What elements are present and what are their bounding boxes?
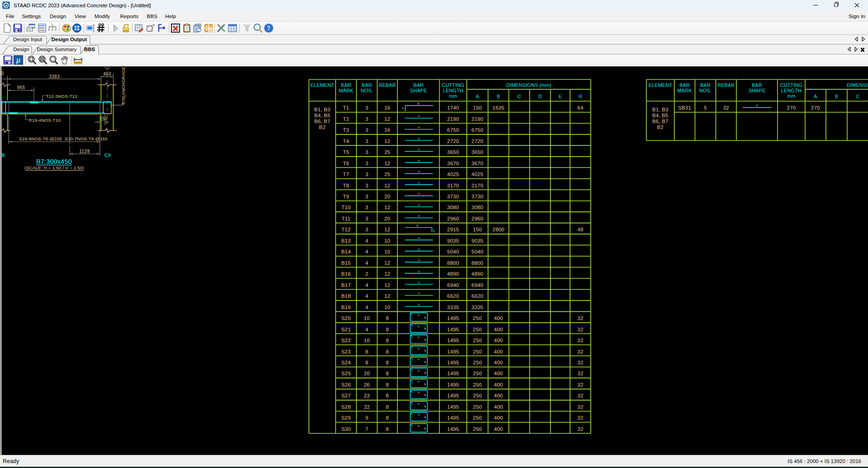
svg-text:12: 12 (384, 205, 390, 210)
svg-text:A: A (417, 314, 419, 316)
svg-text:B: B (497, 94, 500, 99)
svg-text:B: B (424, 361, 426, 363)
svg-text:B: B (424, 383, 426, 386)
svg-text:32: 32 (578, 315, 583, 321)
svg-text:NOS.: NOS. (360, 88, 373, 93)
svg-text:3383: 3383 (49, 74, 60, 79)
svg-text:8: 8 (386, 338, 389, 343)
svg-text:T8: T8 (343, 183, 349, 188)
svg-text:12: 12 (384, 161, 390, 166)
svg-text:SHAPE: SHAPE (410, 88, 427, 93)
svg-text:SHAPE: SHAPE (749, 88, 766, 93)
svg-text:9035: 9035 (471, 238, 483, 244)
svg-text:A: A (417, 369, 419, 372)
svg-text:4: 4 (365, 327, 369, 332)
svg-text:5: 5 (704, 105, 707, 110)
svg-text:A: A (417, 325, 419, 328)
svg-text:6620: 6620 (447, 293, 459, 299)
svg-text:B6, B7: B6, B7 (314, 119, 331, 124)
svg-text:965: 965 (17, 85, 25, 90)
svg-text:BAR: BAR (700, 82, 711, 88)
svg-text:1495: 1495 (447, 382, 459, 387)
svg-text:8: 8 (365, 349, 369, 354)
svg-text:12: 12 (384, 227, 390, 232)
svg-text:2720: 2720 (471, 138, 483, 144)
svg-text:8: 8 (386, 426, 389, 432)
svg-text:B: B (424, 427, 426, 430)
svg-text:DIMENSIONS (mm): DIMENSIONS (mm) (847, 82, 868, 88)
svg-text:1740: 1740 (447, 105, 459, 110)
svg-text:32: 32 (578, 415, 583, 420)
svg-text:20: 20 (384, 216, 390, 221)
svg-text:4890: 4890 (447, 271, 459, 277)
svg-text:S26: S26 (341, 382, 351, 387)
svg-text:C9: C9 (104, 153, 111, 158)
svg-text:6940: 6940 (447, 282, 459, 288)
svg-text:B: B (424, 349, 426, 352)
svg-text:C: C (517, 94, 521, 99)
svg-text:250: 250 (473, 349, 482, 354)
svg-text:3: 3 (365, 183, 369, 188)
svg-text:BAR: BAR (752, 82, 762, 88)
svg-text:250: 250 (473, 327, 482, 332)
svg-text:C: C (856, 94, 860, 99)
svg-text:400: 400 (494, 349, 503, 354)
svg-text:2190: 2190 (471, 116, 483, 122)
svg-text:12: 12 (384, 293, 390, 299)
svg-text:12: 12 (384, 116, 390, 122)
svg-text:MARK: MARK (339, 88, 354, 93)
svg-text:8: 8 (386, 415, 389, 420)
svg-text:B: B (417, 102, 419, 105)
svg-text:A: A (418, 259, 420, 262)
svg-text:400: 400 (494, 404, 503, 410)
svg-text:B2: B2 (319, 124, 325, 130)
svg-text:3335: 3335 (447, 305, 459, 310)
svg-text:B: B (424, 339, 426, 341)
svg-text:S27: S27 (341, 393, 351, 398)
svg-text:32: 32 (578, 382, 583, 387)
svg-text:(SCALE: H = 1:50 / V = 1:50): (SCALE: H = 1:50 / V = 1:50) (24, 165, 84, 170)
svg-text:3: 3 (365, 161, 369, 166)
svg-text:B7:300x450: B7:300x450 (36, 158, 72, 165)
svg-text:BAR: BAR (679, 82, 690, 88)
svg-text:R19-4NOS-T10: R19-4NOS-T10 (29, 118, 61, 123)
svg-text:T6: T6 (343, 161, 349, 166)
svg-text:LENGTH: LENGTH (443, 88, 463, 93)
svg-text:1495: 1495 (447, 404, 459, 410)
svg-text:12: 12 (384, 271, 390, 277)
svg-text:mm: mm (787, 93, 795, 99)
svg-text:1495: 1495 (447, 338, 459, 343)
svg-text:8: 8 (365, 360, 369, 365)
svg-text:6750: 6750 (471, 127, 483, 133)
svg-text:A: A (418, 270, 420, 273)
svg-text:A: A (418, 292, 420, 295)
svg-text:20: 20 (364, 371, 370, 376)
svg-text:A: A (417, 391, 419, 394)
svg-text:20: 20 (384, 194, 390, 199)
svg-text:400: 400 (494, 382, 503, 387)
svg-text:T12-3NOS-T12: T12-3NOS-T12 (46, 94, 77, 99)
svg-text:22: 22 (364, 404, 370, 410)
svg-text:10: 10 (364, 315, 370, 321)
svg-text:B: B (424, 316, 426, 319)
svg-text:4: 4 (365, 249, 369, 254)
svg-text:150: 150 (473, 227, 482, 232)
svg-text:4: 4 (365, 238, 369, 244)
svg-text:A: A (418, 204, 420, 206)
svg-text:1495: 1495 (447, 315, 459, 321)
svg-text:A: A (418, 148, 420, 151)
svg-text:CUTTING: CUTTING (442, 82, 464, 88)
svg-text:23: 23 (364, 393, 370, 398)
svg-text:SB31: SB31 (678, 105, 691, 110)
svg-text:NOS.: NOS. (699, 88, 711, 93)
svg-text:A: A (417, 358, 419, 361)
svg-text:2960: 2960 (447, 216, 459, 221)
svg-text:10: 10 (384, 249, 390, 254)
svg-text:3650: 3650 (471, 149, 483, 155)
svg-text:4025: 4025 (447, 172, 459, 177)
svg-text:B: B (2, 153, 5, 158)
svg-text:A: A (418, 281, 420, 284)
svg-text:A: A (418, 137, 420, 140)
svg-text:LENGTH: LENGTH (781, 88, 802, 93)
svg-text:3670: 3670 (447, 161, 459, 166)
